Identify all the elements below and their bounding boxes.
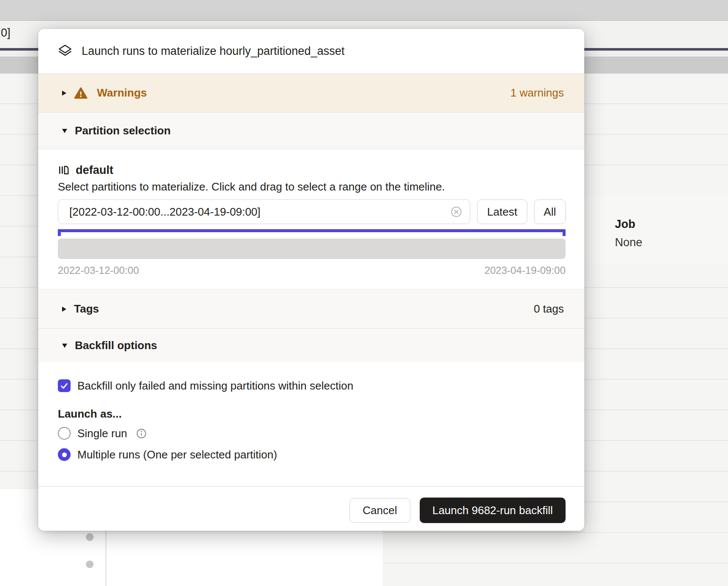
multiple-runs-label: Multiple runs (One per selected partitio…: [77, 448, 277, 461]
warnings-count: 1 warnings: [510, 86, 564, 100]
warning-triangle-icon: [74, 86, 88, 100]
selection-range-indicator: [58, 229, 566, 232]
tags-count: 0 tags: [534, 302, 564, 316]
partition-range-input-wrap: [58, 199, 470, 224]
backfill-options-expander[interactable]: Backfill options: [38, 328, 584, 362]
background-job-cell: [584, 193, 728, 264]
single-run-radio[interactable]: [58, 427, 71, 440]
single-run-option[interactable]: Single run: [58, 427, 566, 440]
backfill-options-content: Backfill only failed and missing partiti…: [38, 362, 584, 486]
background-job-column: Job None: [615, 218, 643, 249]
all-button[interactable]: All: [534, 199, 566, 224]
partition-range-row: Latest All: [58, 199, 566, 224]
chevron-right-icon: [62, 91, 66, 96]
info-icon: [136, 428, 147, 439]
dialog-title: Launch runs to materialize hourly_partit…: [82, 45, 344, 58]
chevron-right-icon: [62, 307, 66, 312]
partition-selection-description: Select partitions to materialize. Click …: [58, 181, 566, 193]
background-status-dot: [86, 560, 94, 568]
partition-set-row: default: [58, 164, 566, 176]
launch-backfill-button[interactable]: Launch 9682-run backfill: [420, 498, 566, 523]
launch-as-label: Launch as...: [58, 408, 566, 420]
timeline-start-date: 2022-03-12-00:00: [58, 265, 139, 276]
warnings-label: Warnings: [97, 86, 147, 100]
partition-selection-expander[interactable]: Partition selection: [38, 112, 584, 149]
multiple-runs-radio[interactable]: [58, 448, 71, 461]
partition-range-input[interactable]: [58, 199, 470, 224]
job-column-value: None: [615, 236, 643, 249]
checkmark-icon: [60, 381, 69, 390]
chevron-down-icon: [62, 129, 67, 133]
partition-set-icon: [58, 164, 70, 176]
background-top-band: [0, 0, 728, 21]
cancel-button[interactable]: Cancel: [350, 498, 410, 523]
background-status-dot: [86, 533, 94, 541]
latest-button[interactable]: Latest: [477, 199, 527, 224]
partition-set-name: default: [76, 164, 114, 177]
background-cell-text: 0]: [1, 26, 11, 40]
warnings-expander[interactable]: Warnings 1 warnings: [38, 73, 584, 112]
tags-header: Tags: [74, 302, 99, 316]
partition-selection-header: Partition selection: [75, 124, 171, 137]
single-run-info[interactable]: [136, 428, 147, 439]
job-column-header: Job: [615, 218, 643, 231]
backfill-only-failed-row[interactable]: Backfill only failed and missing partiti…: [58, 379, 566, 393]
multiple-runs-option[interactable]: Multiple runs (One per selected partitio…: [58, 448, 566, 461]
dialog-header: Launch runs to materialize hourly_partit…: [38, 29, 584, 73]
partition-selection-content: default Select partitions to materialize…: [38, 149, 584, 289]
dialog-footer: Cancel Launch 9682-run backfill: [38, 486, 584, 531]
asset-layers-icon: [58, 44, 72, 58]
launch-backfill-dialog: Launch runs to materialize hourly_partit…: [38, 29, 584, 531]
single-run-label: Single run: [77, 427, 127, 440]
backfill-options-header: Backfill options: [75, 339, 157, 352]
circle-x-icon: [450, 205, 463, 218]
radio-dot: [62, 452, 67, 457]
timeline-date-labels: 2022-03-12-00:00 2023-04-19-09:00: [58, 265, 566, 276]
partition-timeline[interactable]: [58, 239, 566, 259]
backfill-only-failed-label: Backfill only failed and missing partiti…: [77, 379, 353, 393]
backfill-only-failed-checkbox[interactable]: [58, 379, 71, 392]
selection-range-end-tick: [563, 229, 566, 236]
clear-selection-button[interactable]: [450, 205, 463, 218]
timeline-end-date: 2023-04-19-09:00: [484, 265, 566, 276]
selection-range-start-tick: [58, 229, 61, 236]
chevron-down-icon: [62, 344, 67, 348]
tags-expander[interactable]: Tags 0 tags: [38, 289, 584, 328]
